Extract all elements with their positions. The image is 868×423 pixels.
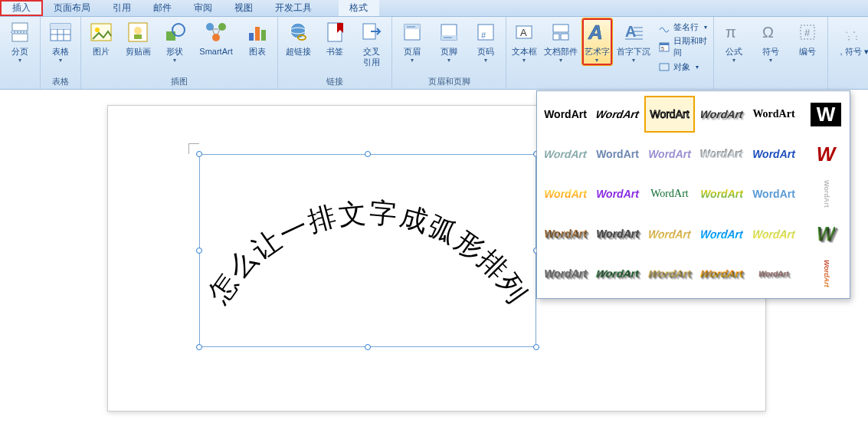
wordart-style-6[interactable]: W xyxy=(801,96,851,133)
wordart-style-8[interactable]: WordArt xyxy=(592,136,643,172)
clipart-icon xyxy=(126,20,150,44)
svg-rect-20 xyxy=(255,27,260,41)
equation-button[interactable]: π 公式 ▾ xyxy=(717,18,751,64)
tab-page-layout[interactable]: 页面布局 xyxy=(43,0,102,16)
wordart-style-20[interactable]: WordArt xyxy=(592,215,643,252)
tab-references[interactable]: 引用 xyxy=(102,0,142,16)
wordart-style-10[interactable]: WordArt xyxy=(696,136,747,172)
svg-text:A: A xyxy=(588,21,603,44)
wordart-selection-box[interactable]: 怎么让一排文字成弧形排列 xyxy=(199,154,536,347)
resize-handle[interactable] xyxy=(365,151,371,157)
resize-handle[interactable] xyxy=(365,344,371,350)
wordart-style-13[interactable]: WordArt xyxy=(540,175,591,212)
quickparts-icon xyxy=(549,20,573,44)
chevron-down-icon: ▾ xyxy=(173,57,176,64)
resize-handle[interactable] xyxy=(196,344,202,350)
page-break-icon xyxy=(8,20,32,44)
svg-point-15 xyxy=(172,24,185,36)
symbol-button[interactable]: Ω 符号 ▾ xyxy=(754,18,788,64)
wordart-style-23[interactable]: WordArt xyxy=(748,215,799,252)
number-icon: # xyxy=(795,20,820,44)
page-break-button[interactable]: 分页 ▾ xyxy=(3,18,37,64)
hyperlink-button[interactable]: 超链接 xyxy=(281,18,315,57)
object-button[interactable]: 对象▾ xyxy=(655,60,710,74)
group-text: A 文本框 ▾ 文档部件 ▾ A 艺术字 ▾ A 首字下沉 ▾ xyxy=(506,17,714,89)
chevron-down-icon: ▾ xyxy=(769,57,772,64)
tab-developer[interactable]: 开发工具 xyxy=(264,0,323,16)
group-illustrations: 图片 剪贴画 形状 ▾ SmartArt 图表 插图 xyxy=(81,17,278,89)
quickparts-button[interactable]: 文档部件 ▾ xyxy=(542,18,579,64)
wordart-style-12[interactable]: W xyxy=(801,136,851,172)
resize-handle[interactable] xyxy=(196,248,202,254)
tab-insert[interactable]: 插入 xyxy=(0,0,43,16)
bookmark-button[interactable]: 书签 xyxy=(318,18,352,57)
wordart-style-24[interactable]: W xyxy=(801,215,851,252)
page-number-button[interactable]: # 页码 ▾ xyxy=(469,18,503,64)
crossref-button[interactable]: 交叉 引用 xyxy=(355,18,388,67)
signature-button[interactable]: 签名行▾ xyxy=(655,20,710,34)
wordart-style-30[interactable]: WordArt xyxy=(801,255,851,292)
clipart-button[interactable]: 剪贴画 xyxy=(121,18,155,57)
wordart-style-7[interactable]: WordArt xyxy=(540,136,591,172)
wordart-style-15[interactable]: WordArt xyxy=(644,175,695,212)
wordart-button[interactable]: A 艺术字 ▾ xyxy=(582,18,612,65)
wordart-gallery: WordArtWordArtWordArtWordArtWordArtWWord… xyxy=(536,90,850,299)
chevron-down-icon: ▾ xyxy=(559,57,562,64)
wordart-style-17[interactable]: WordArt xyxy=(748,175,799,212)
wordart-style-9[interactable]: WordArt xyxy=(644,136,695,172)
svg-rect-39 xyxy=(553,34,559,40)
wordart-style-16[interactable]: WordArt xyxy=(696,175,747,212)
textbox-icon: A xyxy=(512,20,536,44)
svg-rect-50 xyxy=(660,64,669,70)
shapes-button[interactable]: 形状 ▾ xyxy=(158,18,192,64)
number-button[interactable]: # 编号 xyxy=(791,18,824,57)
wordart-style-3[interactable]: WordArt xyxy=(644,96,695,133)
table-icon xyxy=(48,20,73,44)
arc-char: 字 xyxy=(368,194,398,234)
textbox-button[interactable]: A 文本框 ▾ xyxy=(509,18,539,64)
dropcap-button[interactable]: A 首字下沉 ▾ xyxy=(615,18,652,64)
chart-button[interactable]: 图表 xyxy=(241,18,274,57)
chevron-down-icon: ▾ xyxy=(18,57,21,64)
group-header-footer: 页眉 ▾ 页脚 ▾ # 页码 ▾ 页眉和页脚 xyxy=(392,17,506,89)
wordart-style-5[interactable]: WordArt xyxy=(748,96,799,133)
wordart-style-1[interactable]: WordArt xyxy=(540,96,591,133)
wordart-style-19[interactable]: WordArt xyxy=(540,215,591,252)
wordart-style-26[interactable]: WordArt xyxy=(592,255,643,292)
svg-text:5: 5 xyxy=(661,46,664,51)
wordart-style-18[interactable]: WordArt xyxy=(801,175,851,212)
wordart-style-21[interactable]: WordArt xyxy=(644,215,695,252)
arc-char: 文 xyxy=(337,194,368,234)
tab-review[interactable]: 审阅 xyxy=(183,0,224,16)
wordart-style-29[interactable]: WordArt xyxy=(748,255,799,292)
footer-button[interactable]: 页脚 ▾ xyxy=(432,18,466,64)
wordart-style-14[interactable]: WordArt xyxy=(592,175,643,212)
wordart-style-4[interactable]: WordArt xyxy=(696,96,747,133)
wordart-style-2[interactable]: WordArt xyxy=(592,96,643,133)
wordart-style-25[interactable]: WordArt xyxy=(540,255,591,292)
tab-view[interactable]: 视图 xyxy=(224,0,264,16)
wordart-style-22[interactable]: WordArt xyxy=(696,215,747,252)
wordart-style-28[interactable]: WordArt xyxy=(696,255,747,292)
svg-rect-0 xyxy=(12,23,28,31)
special-symbol-icon: 、。；： xyxy=(842,20,866,44)
tab-format[interactable]: 格式 xyxy=(339,0,379,16)
group-pages: 分页 ▾ xyxy=(0,17,41,89)
resize-handle[interactable] xyxy=(196,151,202,157)
globe-link-icon xyxy=(286,20,310,44)
header-button[interactable]: 页眉 ▾ xyxy=(395,18,429,64)
special-symbol-button[interactable]: 、。；： , 符号 ▾ xyxy=(831,18,868,57)
chevron-down-icon: ▾ xyxy=(595,57,598,64)
resize-handle[interactable] xyxy=(533,344,539,350)
tab-mailings[interactable]: 邮件 xyxy=(142,0,183,16)
symbol-icon: Ω xyxy=(758,20,783,44)
smartart-button[interactable]: SmartArt xyxy=(195,18,237,57)
smartart-icon xyxy=(204,20,228,44)
group-label-symbols xyxy=(717,77,824,89)
datetime-button[interactable]: 5 日期和时间 xyxy=(655,34,710,59)
wordart-style-11[interactable]: WordArt xyxy=(748,136,799,172)
picture-button[interactable]: 图片 xyxy=(84,18,118,57)
table-button[interactable]: 表格 ▾ xyxy=(44,18,77,64)
wordart-style-27[interactable]: WordArt xyxy=(644,255,695,292)
svg-rect-1 xyxy=(12,34,28,41)
